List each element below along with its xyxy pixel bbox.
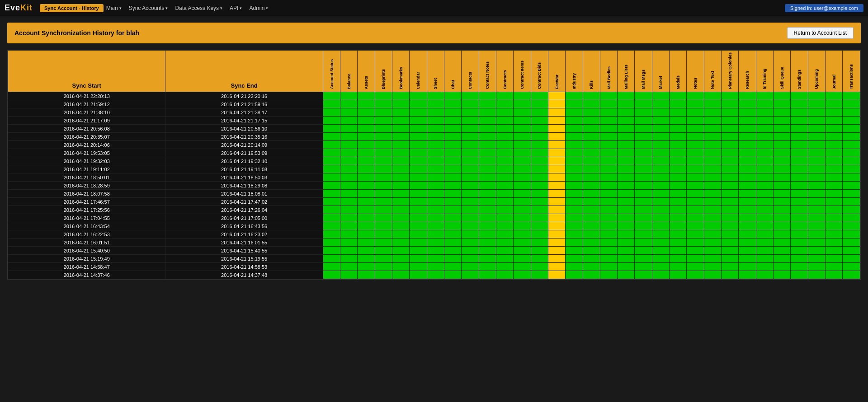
stat-cell-account-status	[323, 149, 340, 157]
col-header-sync-start: Sync Start	[8, 51, 165, 92]
stat-cell-contracts	[496, 214, 513, 222]
stat-cell-contacts	[462, 198, 479, 206]
stat-cell-calendar	[410, 108, 427, 117]
table-row: 2016-04-21 17:04:552016-04-21 17:05:00	[8, 214, 860, 222]
col-header-contact-notes: Contact Notes	[479, 51, 496, 92]
stat-cell-balance	[340, 165, 358, 173]
stat-cell-mail-bodies	[600, 230, 617, 238]
stat-cell-contract-bids	[531, 92, 548, 100]
stat-cell-contacts	[462, 230, 479, 238]
stat-cell-facwar	[548, 117, 565, 125]
sync-start-cell: 2016-04-21 14:58:47	[8, 263, 165, 271]
nav-data-access-keys-dropdown[interactable]: Data Access Keys ▾	[175, 5, 222, 11]
stat-cell-chat	[444, 214, 462, 222]
stat-cell-bookmarks	[392, 133, 410, 141]
table-row: 2016-04-21 14:58:472016-04-21 14:58:53	[8, 263, 860, 271]
stat-cell-facwar	[548, 230, 565, 238]
stat-cell-account-status	[323, 157, 340, 165]
stat-cell-mail-bodies	[600, 117, 617, 125]
stat-cell-in-training	[756, 108, 773, 117]
stat-cell-transactions	[843, 117, 860, 125]
stat-cell-notes	[687, 117, 704, 125]
stat-cell-account-status	[323, 92, 340, 100]
stat-cell-calendar	[410, 182, 427, 190]
stat-cell-calendar	[410, 149, 427, 157]
stat-cell-transactions	[843, 214, 860, 222]
stat-cell-planetary-colonies	[722, 100, 739, 108]
stat-cell-contracts	[496, 271, 513, 279]
col-header-blueprints: Blueprints	[375, 51, 392, 92]
stat-cell-calendar	[410, 206, 427, 214]
nav-active-button[interactable]: Sync Account - History	[40, 4, 104, 12]
stat-cell-bookmarks	[392, 214, 410, 222]
stat-cell-mailing-lists	[618, 214, 635, 222]
stat-cell-bookmarks	[392, 141, 410, 149]
stat-cell-facwar	[548, 271, 565, 279]
stat-cell-chat	[444, 238, 462, 247]
stat-cell-calendar	[410, 173, 427, 182]
stat-cell-research	[739, 133, 756, 141]
stat-cell-contract-items	[514, 214, 531, 222]
stat-cell-transactions	[843, 222, 860, 230]
stat-cell-transactions	[843, 206, 860, 214]
stat-cell-calendar	[410, 141, 427, 149]
nav-sync-accounts-dropdown[interactable]: Sync Accounts ▾	[129, 5, 168, 11]
table-row: 2016-04-21 20:14:062016-04-21 20:14:09	[8, 141, 860, 149]
stat-cell-contacts	[462, 247, 479, 255]
stat-cell-planetary-colonies	[722, 133, 739, 141]
return-to-account-list-button[interactable]: Return to Account List	[787, 27, 854, 39]
stat-cell-mailing-lists	[618, 141, 635, 149]
stat-cell-chat	[444, 173, 462, 182]
stat-cell-industry	[566, 222, 583, 230]
stat-cell-contact-notes	[479, 157, 496, 165]
stat-cell-mailing-lists	[618, 198, 635, 206]
stat-cell-contract-items	[514, 149, 531, 157]
sync-end-cell: 2016-04-21 19:32:10	[165, 157, 323, 165]
stat-cell-calendar	[410, 133, 427, 141]
stat-cell-balance	[340, 255, 358, 263]
stat-cell-assets	[358, 92, 375, 100]
col-header-standings: Standings	[791, 51, 808, 92]
stat-cell-sheet	[427, 100, 444, 108]
col-header-note-text: Note Text	[704, 51, 721, 92]
col-header-industry: Industry	[566, 51, 583, 92]
col-header-bookmarks: Bookmarks	[392, 51, 410, 92]
stat-cell-industry	[566, 108, 583, 117]
stat-cell-medals	[670, 125, 687, 133]
stat-cell-journal	[825, 222, 842, 230]
stat-cell-journal	[825, 92, 842, 100]
stat-cell-standings	[791, 108, 808, 117]
stat-cell-balance	[340, 149, 358, 157]
stat-cell-chat	[444, 149, 462, 157]
stat-cell-market	[652, 255, 669, 263]
nav-api-dropdown[interactable]: API ▾	[230, 5, 242, 11]
stat-cell-assets	[358, 133, 375, 141]
stat-cell-facwar	[548, 125, 565, 133]
nav-main-dropdown[interactable]: Main ▾	[106, 5, 122, 11]
stat-cell-standings	[791, 157, 808, 165]
stat-cell-sheet	[427, 117, 444, 125]
stat-cell-upcoming	[808, 92, 825, 100]
nav-admin-dropdown[interactable]: Admin ▾	[249, 5, 268, 11]
stat-cell-mail-msgs	[635, 263, 652, 271]
stat-cell-medals	[670, 182, 687, 190]
stat-cell-facwar	[548, 214, 565, 222]
stat-cell-planetary-colonies	[722, 198, 739, 206]
stat-cell-note-text	[704, 255, 721, 263]
stat-cell-contact-notes	[479, 149, 496, 157]
sync-start-cell: 2016-04-21 19:11:02	[8, 165, 165, 173]
stat-cell-account-status	[323, 206, 340, 214]
stat-cell-contract-bids	[531, 255, 548, 263]
stat-cell-contract-items	[514, 230, 531, 238]
stat-cell-facwar	[548, 222, 565, 230]
stat-cell-skill-queue	[773, 214, 790, 222]
table-scroll-wrapper[interactable]: Sync Start Sync End Account StatusBalanc…	[8, 50, 860, 279]
stat-cell-kills	[583, 165, 600, 173]
stat-cell-note-text	[704, 182, 721, 190]
stat-cell-assets	[358, 165, 375, 173]
stat-cell-mail-bodies	[600, 206, 617, 214]
stat-cell-kills	[583, 238, 600, 247]
stat-cell-bookmarks	[392, 230, 410, 238]
stat-cell-contacts	[462, 190, 479, 198]
sync-start-cell: 2016-04-21 17:46:57	[8, 198, 165, 206]
